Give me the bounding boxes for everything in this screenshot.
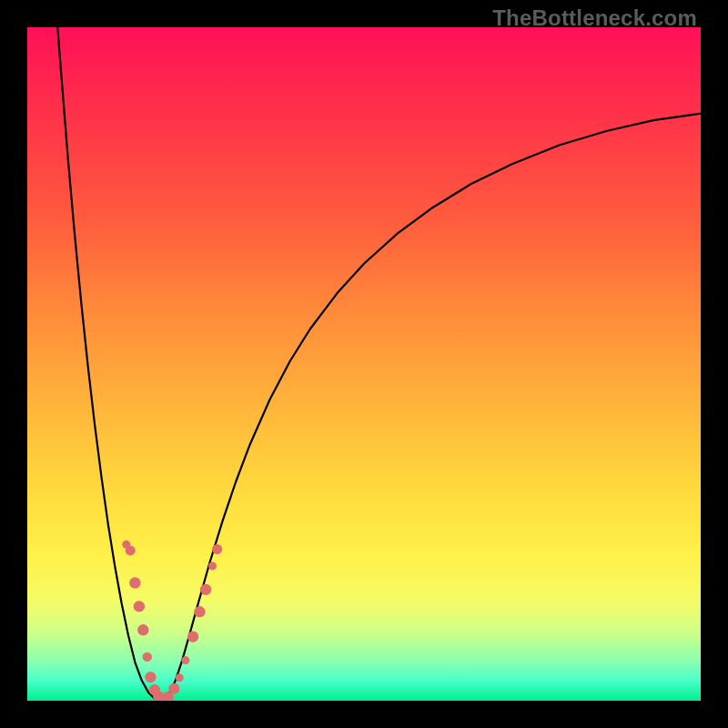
data-marker <box>208 562 217 571</box>
data-marker <box>134 601 145 612</box>
data-marker <box>122 541 130 549</box>
data-marker <box>137 624 148 635</box>
data-marker <box>181 656 189 664</box>
bottleneck-curve <box>27 27 701 701</box>
data-marker <box>129 577 140 588</box>
marker-group <box>122 541 222 701</box>
data-marker <box>187 632 198 642</box>
data-marker <box>194 606 205 617</box>
data-marker <box>212 544 222 554</box>
data-marker <box>143 652 152 662</box>
plot-area <box>27 27 701 701</box>
data-marker <box>145 672 156 682</box>
curve-path <box>57 27 701 701</box>
data-marker <box>176 673 184 682</box>
data-marker <box>168 683 179 694</box>
chart-frame: TheBottleneck.com <box>0 0 728 728</box>
watermark-text: TheBottleneck.com <box>492 5 697 31</box>
data-marker <box>200 584 211 595</box>
